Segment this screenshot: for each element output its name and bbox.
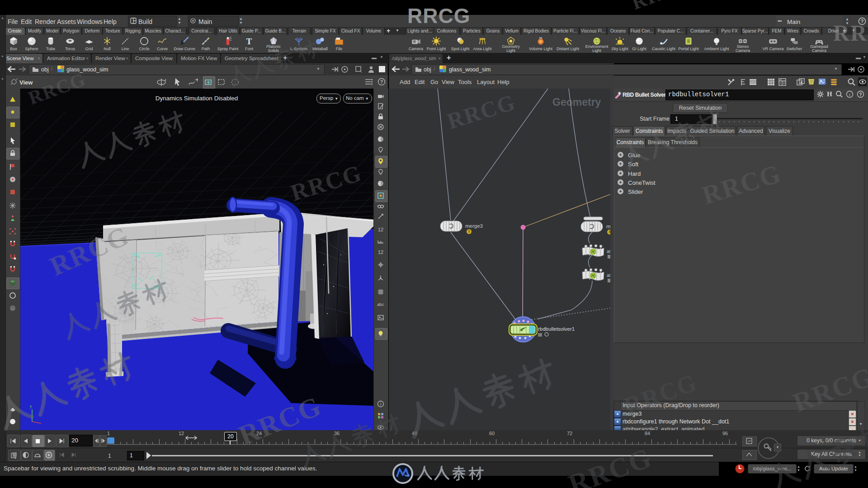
svg-text:12: 12 — [378, 227, 383, 232]
svg-text:?: ? — [859, 92, 862, 97]
svg-text:?: ? — [380, 79, 383, 84]
svg-text:i: i — [849, 92, 850, 97]
svg-text:T: T — [246, 37, 252, 46]
svg-text:12: 12 — [378, 249, 383, 255]
svg-text:i: i — [380, 402, 382, 407]
svg-text:?: ? — [861, 19, 864, 24]
svg-text:Geometry: Geometry — [552, 96, 601, 108]
svg-text:abc: abc — [377, 302, 384, 307]
